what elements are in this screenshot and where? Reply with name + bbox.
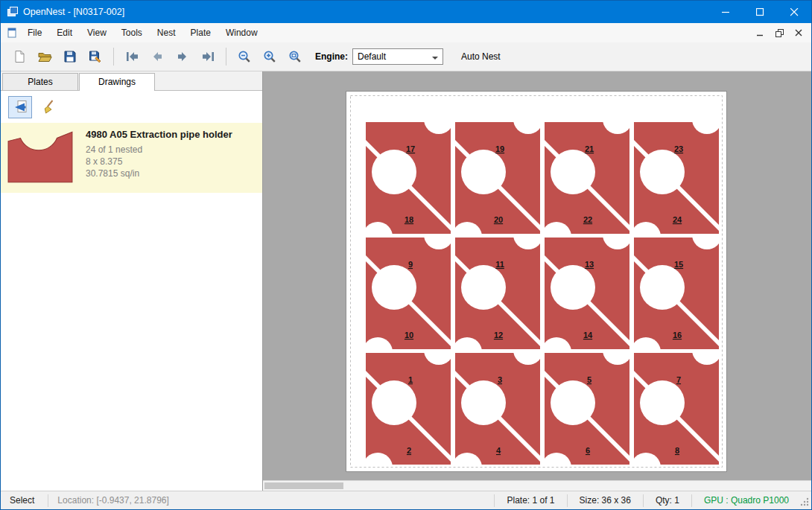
zoom-fit-button[interactable] [282,45,308,68]
content-area: Plates Drawings [1,71,811,491]
part-number-label: 4 [496,446,501,455]
engine-selected-value: Default [358,51,432,62]
nav-next-button[interactable] [170,45,195,68]
drawings-list-empty-area [1,193,262,491]
drawing-meta: 4980 A05 Extraction pipe holder 24 of 1 … [86,127,232,179]
part-number-label: 22 [583,215,592,224]
part-number-label: 6 [586,446,590,455]
menu-bar: File Edit View Tools Nest Plate Window [1,23,811,42]
mdi-doc-icon[interactable] [7,28,17,38]
part-number-label: 7 [676,375,681,384]
new-file-icon [13,50,26,63]
tab-drawings[interactable]: Drawings [79,73,155,91]
menu-item-edit[interactable]: Edit [49,24,80,42]
part-number-label: 1 [408,375,413,384]
clean-icon [42,99,58,115]
chevron-down-icon [432,57,438,63]
status-separator [48,494,48,507]
maximize-button[interactable] [743,1,777,23]
save-icon [63,50,77,63]
mdi-minimize-button[interactable] [752,25,768,40]
nav-prev-button[interactable] [145,45,170,68]
part-number-label: 15 [674,260,683,269]
sidebar: Plates Drawings [1,71,263,491]
window-title: OpenNest - [N0317-002] [23,7,124,17]
mdi-restore-button[interactable] [771,25,787,40]
minimize-icon [722,8,730,16]
status-size: Size: 36 x 36 [572,495,638,506]
part-number-label: 21 [585,144,594,153]
part-number-label: 14 [583,331,593,340]
menu-item-window[interactable]: Window [218,24,265,42]
save-edit-button[interactable] [83,45,108,68]
engine-label: Engine: [315,51,348,62]
menu-item-view[interactable]: View [80,24,114,42]
zoom-out-button[interactable] [232,45,257,68]
menu-item-file[interactable]: File [20,24,49,42]
maximize-icon [756,8,764,16]
zoom-fit-icon [288,50,302,63]
load-drawing-button[interactable] [8,96,32,118]
engine-select[interactable]: Default [352,48,443,65]
drawing-size: 8 x 8.375 [86,156,232,168]
save-edit-icon [89,50,103,63]
toolbar-separator [113,48,114,66]
close-button[interactable] [777,1,811,23]
part-number-label: 9 [408,260,413,269]
app-window: OpenNest - [N0317-002] File Edit View To… [0,0,812,510]
part-number-label: 12 [494,331,503,340]
main-toolbar: Engine: Default Auto Nest [1,42,811,71]
menu-item-nest[interactable]: Nest [150,24,183,42]
clean-button[interactable] [38,96,62,118]
part-number-label: 16 [673,331,682,340]
status-mode: Select [1,495,43,506]
save-button[interactable] [57,45,83,68]
nav-last-icon [201,50,215,63]
part-number-label: 10 [405,331,413,340]
nav-last-button[interactable] [195,45,221,68]
nav-first-button[interactable] [119,45,145,68]
open-button[interactable] [32,45,57,68]
zoom-in-icon [263,50,276,63]
part-number-label: 18 [405,215,413,224]
auto-nest-button[interactable]: Auto Nest [455,48,507,66]
status-qty: Qty: 1 [648,495,687,506]
zoom-in-button[interactable] [257,45,282,68]
menu-item-tools[interactable]: Tools [114,24,150,42]
status-plate: Plate: 1 of 1 [499,495,562,506]
tab-plates[interactable]: Plates [2,73,78,90]
drawing-area: 30.7815 sq/in [86,168,232,179]
app-icon [7,6,19,18]
mdi-restore-icon [775,29,784,37]
status-separator [567,494,568,507]
size-grip-icon[interactable] [799,497,810,509]
load-drawing-icon [12,99,28,115]
status-separator [643,494,644,507]
close-icon [795,29,802,36]
part-number-label: 24 [673,215,682,224]
part-number-label: 2 [407,446,411,455]
drawings-toolbar [1,91,262,123]
mdi-close-button[interactable] [790,25,807,40]
sidebar-tabs: Plates Drawings [1,71,262,91]
horizontal-scrollbar[interactable] [263,480,811,491]
part-thumbnail [7,127,75,187]
scrollbar-thumb[interactable] [264,482,343,489]
toolbar-separator [226,48,226,66]
part-number-label: 20 [494,215,503,224]
nav-prev-icon [150,50,164,63]
part-number-label: 3 [498,375,502,384]
part-number-label: 5 [587,375,591,384]
status-separator [494,494,495,507]
status-separator [691,494,692,507]
plate[interactable]: 171819202122232491011121314151612345678 [346,91,727,472]
close-icon [790,8,799,16]
new-button[interactable] [7,45,32,68]
nest-canvas[interactable]: 171819202122232491011121314151612345678 [263,71,811,491]
menu-item-plate[interactable]: Plate [183,24,218,42]
nav-next-icon [176,50,189,63]
status-bar: Select Location: [-0.9437, 21.8796] Plat… [1,491,811,509]
minimize-button[interactable] [708,1,743,23]
zoom-out-icon [238,50,251,63]
drawing-list-item[interactable]: 4980 A05 Extraction pipe holder 24 of 1 … [1,123,262,193]
